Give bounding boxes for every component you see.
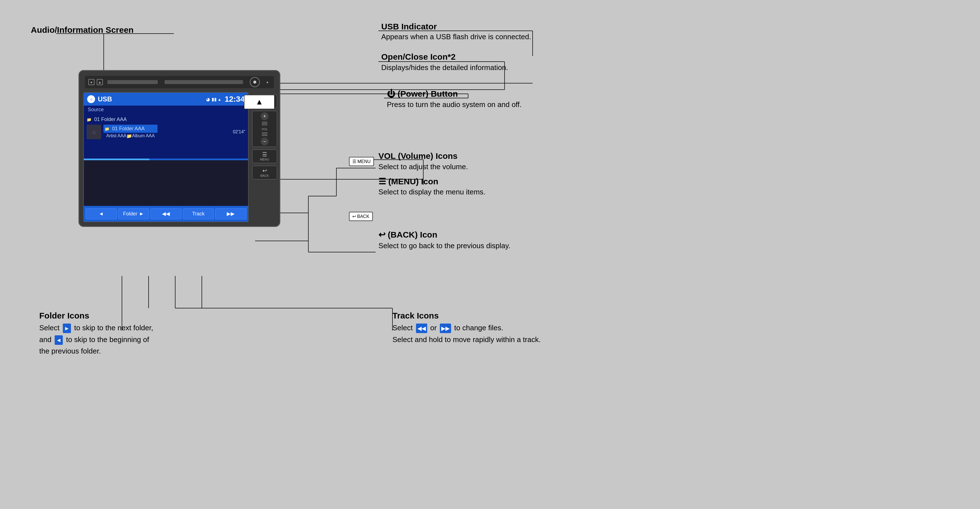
screen-list-item-2: 📁 01 Folder AAA [103,125,158,133]
folder-icons-annotation: Folder Icons Select ► to skip to the nex… [39,311,153,357]
progress-fill [84,159,150,160]
back-label: BACK [261,174,269,177]
eject-button-area[interactable]: ▲ [244,95,275,109]
vol-line-4 [262,133,267,133]
folder-next-icon: ► [139,211,144,217]
minus-icon: − [263,139,266,144]
open-close-icon-device[interactable]: ▲ [97,79,103,85]
track-icons-desc: Select ◀◀ or ▶▶ to change files. Select … [393,322,541,346]
track-time: 02'14" [233,129,245,135]
menu-label: MENU [260,158,269,161]
folder-name-2: 01 Folder AAA [112,126,145,132]
bluetooth-icon: ◕ [206,97,210,102]
usb-indicator-desc: Appears when a USB flash drive is connec… [381,32,531,41]
screen-list-area: 📁 01 Folder AAA ♫ 📁 01 Folder AAA Artist… [84,114,248,159]
vol-line-2 [262,123,267,124]
device-right-panel: ◫ HOME + VOL − ☰ M [250,92,280,222]
track-prev-btn[interactable]: ◀◀ [150,208,181,219]
album-art: ♫ [87,125,101,139]
vol-icons-label: VOL (Volume) Icons [379,151,458,161]
source-label: Source [84,106,248,114]
album-icon: 📁 [126,133,132,139]
usb-port-icon: ● [88,79,94,85]
music-note-icon: ♫ [87,95,95,103]
top-bar-slider2 [165,80,243,84]
track-prev-icon-inline: ◀◀ [416,323,427,333]
progress-bar-area [84,159,248,160]
top-bar-slider [107,80,158,84]
vol-line-3 [262,125,267,125]
device-top-bar: ● ▲ ⏺ ● [85,76,274,88]
vol-section: + VOL − [252,111,277,147]
back-icon-desc: Select to go back to the previous displa… [379,241,511,250]
folder-icons-desc: Select ► to skip to the next folder, and… [39,322,153,357]
menu-callout-box: ☰ MENU [349,157,374,166]
screen-bottom-nav: ◄ Folder ► ◀◀ Track ▶▶ [84,206,248,222]
track-label-btn[interactable]: Track [183,208,214,219]
folder-next-icon-inline: ► [63,323,71,333]
track-label: Track [192,211,204,217]
screen-status-icons: ◕ ▮▮ ▴ [206,97,221,102]
folder-prev-icon: ◄ [99,211,104,217]
back-callout-box: ↩ BACK [349,212,373,221]
folder-name-1: 01 Folder AAA [94,117,127,122]
vol-lines [262,122,267,125]
right-dot: ● [264,79,270,85]
screen-time: 12:34 [224,95,245,104]
vol-plus-btn[interactable]: + [261,113,269,120]
back-icon-label: ↩ (BACK) Icon [379,230,437,239]
signal-icon: ▴ [218,97,221,102]
track-icons-label: Track Icons [393,311,541,320]
folder-icons-label: Folder Icons [39,311,153,320]
menu-icon: ☰ [262,152,267,157]
screen-list-item-1: 📁 01 Folder AAA [87,116,245,124]
folder-icon-1: 📁 [87,117,91,122]
device-screen-area: ♫ USB ◕ ▮▮ ▴ 12:34 Source 03 📁 01 Folder… [83,92,249,222]
usb-indicator-label: USB Indicator [381,22,437,32]
track-next-icon-inline: ▶▶ [440,323,451,333]
power-button-label: ⏻ (Power) Button [387,89,458,98]
vol-line-5 [262,134,267,135]
menu-button[interactable]: ☰ MENU [252,149,277,163]
vol-label: VOL [261,127,268,131]
screen-top-bar: ♫ USB ◕ ▮▮ ▴ 12:34 [84,93,248,106]
menu-icon-desc: Select to display the menu items. [379,188,485,197]
back-button[interactable]: ↩ BACK [252,166,277,179]
folder-label: Folder [123,211,137,217]
track-prev-icon: ◀◀ [162,211,170,217]
vol-line-1 [262,122,267,122]
folder-icon-2: 📁 [105,127,109,131]
power-button[interactable]: ⏺ [250,77,260,87]
audio-screen-label: Audio/Information Screen [31,25,134,35]
artist-name: Artist AAA [106,133,126,139]
track-icons-annotation: Track Icons Select ◀◀ or ▶▶ to change fi… [393,311,541,346]
back-icon: ↩ [262,168,267,173]
track-next-icon: ▶▶ [227,211,235,217]
vol-lines-2 [262,133,267,136]
device-outer: ● ▲ ⏺ ● ♫ USB ◕ ▮▮ ▴ 12:34 Source 03 [78,70,280,227]
plus-icon: + [263,113,266,119]
album-name: Album AAA [132,133,155,139]
menu-icon-label: ☰ (MENU) Icon [379,176,438,186]
vol-minus-btn[interactable]: − [261,138,269,145]
vol-line-6 [262,135,267,136]
track-detail-row: Artist AAA 📁 Album AAA [103,133,158,139]
open-close-label: Open/Close Icon*2 [381,52,455,62]
track-next-btn[interactable]: ▶▶ [215,208,247,219]
battery-icon: ▮▮ [212,97,217,102]
vol-icons-desc: Select to adjust the volume. [379,162,468,171]
folder-label-btn[interactable]: Folder ► [118,208,150,219]
screen-title: USB [98,95,206,103]
folder-prev-icon-inline: ◄ [55,335,63,345]
open-close-desc: Displays/hides the detailed information. [381,63,508,72]
folder-prev-btn[interactable]: ◄ [86,208,117,219]
power-button-desc: Press to turn the audio system on and of… [387,100,522,109]
